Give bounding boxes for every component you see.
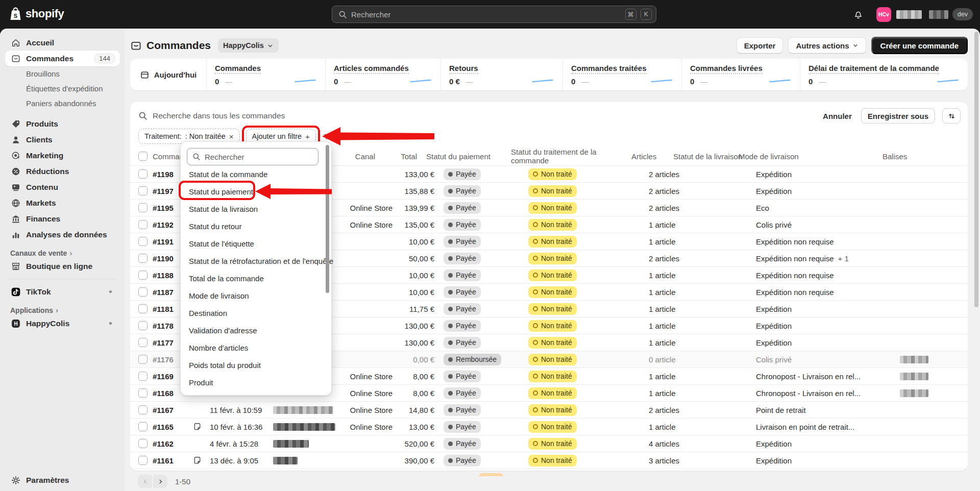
sidebar-section-canaux-de-vente[interactable]: Canaux de vente› (5, 249, 120, 257)
sidebar-item-finances[interactable]: Finances (5, 211, 120, 227)
sidebar-section-applications[interactable]: Applications› (5, 306, 120, 314)
more-actions-button[interactable]: Autres actions (788, 37, 866, 54)
row-checkbox[interactable] (138, 388, 148, 398)
sidebar-subitem--tiquettes-d-exp-dition[interactable]: Étiquettes d'expédition (5, 81, 120, 96)
prev-page-button[interactable] (138, 475, 152, 488)
filter-option-statut-du-retour[interactable]: Statut du retour (181, 217, 331, 235)
row-checkbox[interactable] (138, 287, 148, 297)
column-header-mode-de-livraison[interactable]: Mode de livraison (739, 152, 883, 161)
table-row[interactable]: #116711 févr. à 10:59Online Store14,80 €… (130, 401, 968, 418)
row-checkbox[interactable] (138, 271, 148, 280)
row-checkbox[interactable] (138, 338, 148, 347)
metric-commandes-trait-es[interactable]: Commandes traitées0— (563, 59, 682, 90)
row-checkbox[interactable] (138, 203, 148, 212)
metric-commandes-livr-es[interactable]: Commandes livrées0— (682, 59, 800, 90)
delivery-mode: Colis privé (756, 220, 900, 229)
order-number[interactable]: #1161 (153, 456, 192, 465)
filter-option-statut-de-la-livraison[interactable]: Statut de la livraison (181, 200, 331, 217)
orders-search-input[interactable]: Recherche dans tous les commandes (153, 111, 814, 120)
row-checkbox[interactable] (138, 422, 148, 431)
row-checkbox[interactable] (138, 439, 148, 448)
export-button[interactable]: Exporter (737, 37, 783, 54)
order-number[interactable]: #1167 (153, 406, 192, 414)
sidebar-subitem-brouillons[interactable]: Brouillons (5, 66, 120, 81)
page-scrollbar[interactable] (974, 32, 978, 307)
column-header-statut-du-paiement[interactable]: Statut du paiement (426, 152, 511, 161)
notifications-button[interactable] (850, 6, 867, 23)
column-header-total[interactable]: Total (375, 152, 426, 161)
row-checkbox[interactable] (138, 304, 148, 313)
shopify-logo[interactable]: S shopify (9, 7, 64, 21)
pagination-range: 1-50 (175, 477, 190, 486)
filter-option-statut-du-paiement[interactable]: Statut du paiement (181, 183, 331, 200)
sidebar-item-contenu[interactable]: Contenu (5, 179, 120, 195)
row-checkbox[interactable] (138, 405, 148, 414)
table-row[interactable]: #116113 déc. à 9:05390,00 €PayéeNon trai… (130, 452, 968, 469)
avatar[interactable]: HCv (876, 7, 891, 22)
metric-retours[interactable]: Retours0 €— (441, 59, 563, 90)
row-checkbox[interactable] (138, 220, 148, 229)
metric-commandes[interactable]: Commandes0— (207, 59, 326, 90)
filled-dot-icon (448, 189, 453, 193)
filter-option-validation-d-adresse[interactable]: Validation d'adresse (181, 322, 331, 339)
dropdown-scrollbar[interactable] (326, 145, 329, 293)
create-order-button[interactable]: Créer une commande (871, 37, 968, 54)
sidebar-item-parametres[interactable]: Paramètres (5, 472, 120, 488)
row-checkbox[interactable] (138, 186, 148, 195)
remove-filter-icon[interactable]: × (229, 132, 234, 141)
store-selector[interactable]: HappyColis (218, 38, 279, 53)
fulfillment-status-badge: Non traité (528, 320, 577, 332)
filter-option-total-de-la-commande[interactable]: Total de la commande (181, 269, 331, 287)
row-checkbox[interactable] (138, 254, 148, 263)
row-checkbox[interactable] (138, 456, 148, 465)
clear-all-filters-button[interactable]: Tout effacer (324, 132, 364, 141)
filter-option-statut-de-la-r-trofacturation-et-de-l-enqu-te[interactable]: Statut de la rétrofacturation et de l'en… (181, 252, 331, 269)
column-header-canal[interactable]: Canal (326, 152, 375, 161)
sidebar-item-markets[interactable]: Markets (5, 195, 120, 211)
sort-button[interactable] (942, 108, 961, 124)
column-header-statut-du-traitement-de-la-commande[interactable]: Statut du traitement de la commande (511, 148, 631, 165)
sidebar-item-r-ductions[interactable]: Réductions (5, 163, 120, 179)
sidebar-item-happycolis[interactable]: HHappyColis (5, 315, 120, 331)
row-checkbox[interactable] (138, 237, 148, 246)
svg-text:S: S (14, 13, 17, 19)
row-checkbox[interactable] (138, 169, 148, 179)
sidebar-item-tiktok[interactable]: TikTok (5, 284, 120, 300)
column-header-articles[interactable]: Articles (631, 152, 673, 161)
table-row[interactable]: #11624 févr. à 15:28520,00 €PayéeNon tra… (130, 435, 968, 452)
open-circle-icon (533, 239, 538, 244)
sidebar-item-produits[interactable]: Produits (5, 116, 120, 132)
sidebar-subitem-paniers-abandonn-s[interactable]: Paniers abandonnés (5, 96, 120, 111)
select-all-checkbox[interactable] (138, 152, 148, 161)
global-search-input[interactable]: Rechercher ⌘ K (332, 6, 656, 23)
sidebar-item-marketing[interactable]: Marketing (5, 148, 120, 163)
order-number[interactable]: #1165 (153, 423, 192, 431)
sidebar-item-commandes[interactable]: Commandes144 (5, 51, 120, 66)
cancel-button[interactable]: Annuler (819, 112, 856, 120)
row-checkbox[interactable] (138, 355, 148, 364)
sidebar-item-analyses-de-donn-es[interactable]: Analyses de données (5, 227, 120, 242)
next-page-button[interactable] (153, 475, 167, 488)
order-number[interactable]: #1162 (153, 439, 192, 448)
sidebar-item-accueil[interactable]: Accueil (5, 35, 120, 51)
order-items-count: 1 article (649, 288, 691, 297)
metric-d-lai-de-traitement-de-la-commande[interactable]: Délai de traitement de la commande0— (800, 59, 968, 90)
row-checkbox[interactable] (138, 321, 148, 330)
save-as-button[interactable]: Enregistrer sous (861, 108, 935, 124)
filter-option-statut-de-la-commande[interactable]: Statut de la commande (181, 165, 331, 183)
filter-option-statut-de-l-tiquette[interactable]: Statut de l'étiquette (181, 235, 331, 252)
metric-articles-command-s[interactable]: Articles commandés0— (326, 59, 441, 90)
filter-option-produit[interactable]: Produit (181, 374, 331, 391)
row-checkbox[interactable] (138, 372, 148, 381)
filter-option-destination[interactable]: Destination (181, 304, 331, 322)
sidebar-item-boutique-en-ligne[interactable]: Boutique en ligne (5, 258, 120, 274)
dropdown-search-input[interactable]: Rechercher (187, 148, 318, 165)
date-range-selector[interactable]: Aujourd'hui (130, 59, 207, 90)
filter-option-mode-de-livraison[interactable]: Mode de livraison (181, 287, 331, 304)
table-row[interactable]: #116510 févr. à 16:36Online Store13,00 €… (130, 418, 968, 435)
sidebar-item-clients[interactable]: Clients (5, 132, 120, 148)
column-header-balises[interactable]: Balises (883, 152, 968, 161)
column-header-statut-de-la-livraison[interactable]: Statut de la livraison (673, 152, 739, 161)
filter-option-nombre-d-articles[interactable]: Nombre d'articles (181, 339, 331, 356)
filter-option-poids-total-du-produit[interactable]: Poids total du produit (181, 356, 331, 374)
